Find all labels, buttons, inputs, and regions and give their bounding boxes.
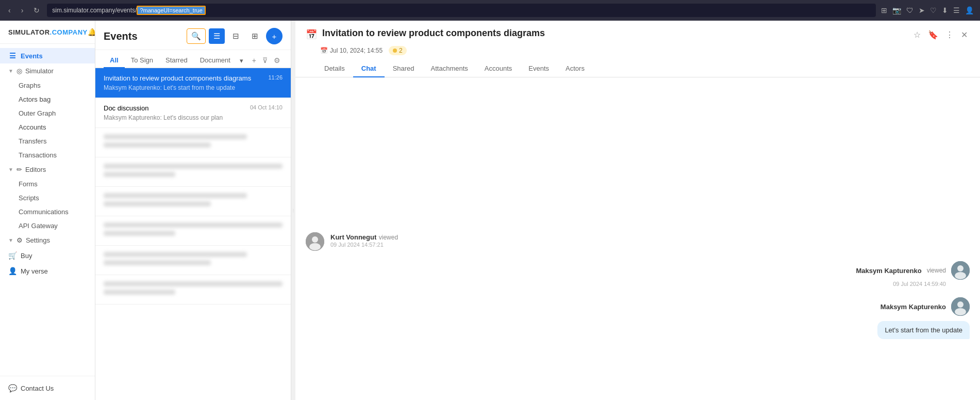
svg-point-5 (955, 272, 966, 279)
svg-point-2 (309, 243, 321, 250)
events-list: Invitation to review product components … (95, 68, 291, 400)
send-icon[interactable]: ➤ (918, 5, 926, 15)
tab-document[interactable]: Document (194, 53, 237, 68)
count-dot (393, 49, 397, 53)
blurred-item-2 (95, 157, 291, 187)
sidebar-item-graphs[interactable]: Graphs (0, 78, 95, 92)
event-2-preview: Maksym Kapturenko: Let's discuss our pla… (104, 114, 283, 121)
sidebar-item-contact-us[interactable]: 💬 Contact Us (0, 380, 95, 396)
buy-icon: 🛒 (8, 251, 16, 260)
detail-tab-chat[interactable]: Chat (353, 60, 385, 77)
chat-message-kurt-viewed: Kurt Vonnegut viewed 09 Jul 2024 14:57:2… (306, 232, 970, 251)
sidebar-group-settings[interactable]: ▼ ⚙ Settings (0, 233, 95, 248)
download-icon[interactable]: ⬇ (941, 5, 949, 15)
more-action-button[interactable]: ⋮ (943, 28, 956, 42)
search-button[interactable]: 🔍 (187, 28, 206, 44)
detail-tab-details[interactable]: Details (316, 60, 353, 77)
detail-meta: 📅 Jul 10, 2024; 14:55 2 (306, 46, 970, 55)
blur-line (104, 172, 175, 177)
avatar-maksym-viewed (951, 261, 970, 280)
filter-icon[interactable]: ⊽ (260, 54, 270, 67)
sidebar-item-my-verse[interactable]: 👤 My verse (0, 263, 95, 279)
sidebar-item-transfers[interactable]: Transfers (0, 134, 95, 148)
maksym-sender-name: Maksym Kapturenko (856, 267, 921, 275)
detail-title-area: 📅 Invitation to review product component… (306, 28, 911, 40)
detail-tab-accounts[interactable]: Accounts (476, 60, 520, 77)
panel-divider[interactable]: ⋮ (291, 21, 295, 400)
event-preview-text: Let's start from the update (163, 84, 235, 91)
sidebar-item-outer-graph[interactable]: Outer Graph (0, 106, 95, 120)
grid-view-button[interactable]: ⊟ (228, 28, 244, 44)
avatar-maksym-bubble (951, 297, 970, 316)
bookmark-action-button[interactable]: 🔖 (926, 28, 940, 42)
logo-company: COMPANY (52, 28, 88, 36)
extension-icon[interactable]: ⊞ (880, 5, 888, 15)
svg-point-1 (312, 236, 318, 243)
sidebar-nav: ☰ Events ▼ ◎ Simulator Graphs Actors bag… (0, 44, 95, 376)
sidebar-item-buy[interactable]: 🛒 Buy (0, 248, 95, 263)
sidebar-item-api-gateway[interactable]: API Gateway (0, 219, 95, 233)
star-action-button[interactable]: ☆ (911, 28, 923, 42)
avatar-icon-kurt (306, 232, 324, 251)
detail-tab-attachments[interactable]: Attachments (423, 60, 476, 77)
avatar-icon-maksym-2 (951, 297, 970, 316)
sidebar-events-label: Events (21, 52, 43, 60)
sidebar-settings-label: Settings (26, 236, 50, 244)
url-domain: sim.simulator.company/events/ (52, 7, 137, 14)
list-view-button[interactable]: ☰ (209, 28, 225, 44)
event-time: 11:26 (268, 74, 283, 81)
url-param: ?manageUI=search_true (137, 6, 205, 15)
event-item-selected[interactable]: Invitation to review product components … (95, 68, 291, 98)
sidebar-group-editors[interactable]: ▼ ✏ Editors (0, 162, 95, 177)
tab-more-button[interactable]: ▾ (237, 54, 246, 68)
chevron-down-icon: ▼ (8, 68, 13, 74)
message-header-kurt: Kurt Vonnegut viewed (330, 232, 970, 242)
add-event-button[interactable]: + (266, 28, 283, 44)
sidebar-item-scripts[interactable]: Scripts (0, 191, 95, 205)
close-action-button[interactable]: ✕ (959, 28, 970, 42)
sidebar-item-forms[interactable]: Forms (0, 177, 95, 191)
menu-icon[interactable]: ☰ (952, 5, 961, 15)
browser-icon-tray: ⊞ 📷 🛡 ➤ ♡ ⬇ ☰ 👤 (880, 5, 975, 15)
blur-line (104, 260, 211, 265)
app-logo: SIMULATOR.COMPANY (8, 28, 88, 36)
nav-back-button[interactable]: ‹ (5, 4, 14, 17)
tab-starred[interactable]: Starred (159, 53, 194, 68)
add-tab-icon[interactable]: + (250, 54, 258, 67)
sidebar-item-accounts[interactable]: Accounts (0, 120, 95, 134)
kurt-viewed-text: viewed (379, 234, 398, 241)
profile-icon[interactable]: 👤 (964, 5, 975, 15)
detail-tab-actors[interactable]: Actors (557, 60, 593, 77)
panel-view-button[interactable]: ⊞ (247, 28, 263, 44)
message-content-kurt: Kurt Vonnegut viewed 09 Jul 2024 14:57:2… (330, 232, 970, 248)
settings-tab-icon[interactable]: ⚙ (272, 54, 283, 67)
events-tabs: All To Sign Starred Document ▾ + ⊽ ⚙ (95, 50, 291, 68)
screenshot-icon[interactable]: 📷 (891, 5, 902, 15)
shield-icon[interactable]: 🛡 (905, 5, 915, 15)
events-header: Events 🔍 ☰ ⊟ ⊞ + (95, 21, 291, 50)
tab-filter-icons: + ⊽ ⚙ (250, 54, 283, 67)
notification-bell-icon[interactable]: 🔔 (88, 28, 95, 36)
tab-all[interactable]: All (104, 53, 125, 68)
sidebar-item-transactions[interactable]: Transactions (0, 148, 95, 162)
detail-tab-shared[interactable]: Shared (385, 60, 423, 77)
maksym-bubble-header: Maksym Kapturenko (881, 297, 970, 316)
heart-icon[interactable]: ♡ (929, 5, 938, 15)
simulator-icon: ◎ (16, 67, 22, 75)
sidebar-editors-label: Editors (25, 166, 46, 173)
maksym-viewed-header: Maksym Kapturenko viewed (856, 261, 970, 280)
tab-to-sign[interactable]: To Sign (125, 53, 159, 68)
detail-tab-events[interactable]: Events (520, 60, 557, 77)
event-item-doc-discussion[interactable]: Doc discussion 04 Oct 14:10 Maksym Kaptu… (95, 98, 291, 128)
refresh-button[interactable]: ↻ (30, 4, 43, 17)
maksym-bubble-sender: Maksym Kapturenko (881, 303, 946, 311)
nav-forward-button[interactable]: › (18, 4, 27, 17)
sidebar-group-simulator[interactable]: ▼ ◎ Simulator (0, 63, 95, 78)
sidebar-item-events[interactable]: ☰ Events (0, 48, 95, 63)
sidebar-item-actors-bag[interactable]: Actors bag (0, 92, 95, 106)
sidebar-header: SIMULATOR.COMPANY 🔔 (0, 21, 95, 44)
sidebar-item-communications[interactable]: Communications (0, 205, 95, 219)
svg-point-7 (957, 301, 964, 308)
settings-icon: ⚙ (16, 236, 23, 244)
avatar-kurt (306, 232, 324, 251)
